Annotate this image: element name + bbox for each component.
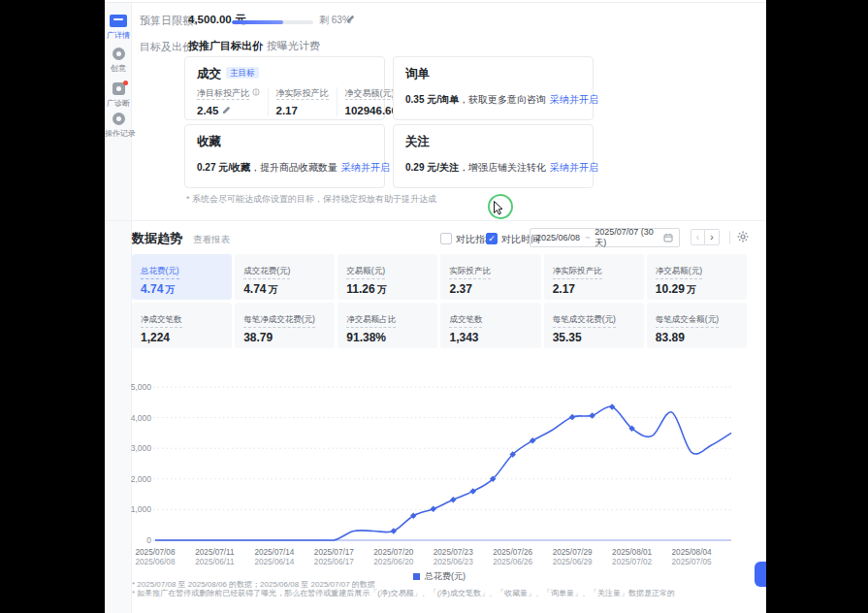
svg-text:2025/07/26: 2025/07/26 (493, 548, 532, 557)
svg-text:2,000: 2,000 (131, 474, 152, 484)
budget-progress-bar (232, 20, 313, 24)
screen: 广详情创意广诊断操作记录 预算日限额: 4,500.00 元 剩 63% 目标及… (0, 0, 868, 613)
chart-settings-gear-icon[interactable] (737, 231, 749, 242)
tile-value: 2.37 (449, 282, 531, 296)
card-favorite: 收藏 0.27 元/收藏，提升商品收藏数量采纳并开启 (184, 124, 385, 188)
card-deal-title-text: 成交 (197, 67, 221, 81)
edit-roi-icon[interactable] (222, 106, 231, 114)
tile-value: 11.26万 (346, 282, 429, 297)
tile-compare-value: 0.00 (656, 346, 738, 348)
tile-compare-value: 0.00 (553, 346, 635, 348)
sidebar-item-diagnosis[interactable]: 广诊断 (105, 82, 132, 109)
stat-actual-roi-label: 净实际投产比 (276, 88, 329, 100)
sidebar-item-label: 操作记录 (105, 128, 132, 139)
metric-tiles-grid: 总花费(元)4.74万0.00成交花费(元)4.74万0.00交易额(元)11.… (132, 254, 747, 348)
metric-tile[interactable]: 净交易额(元)10.29万0.00 (647, 254, 747, 300)
card-inquiry-price: 0.35 元/询单 (405, 94, 459, 105)
next-period-button[interactable]: › (705, 229, 720, 245)
card-inquiry-adopt-link[interactable]: 采纳并开启 (550, 94, 598, 105)
prev-period-button[interactable]: ‹ (691, 229, 705, 245)
sidebar-item-campaign-detail[interactable]: 广详情 (105, 15, 132, 41)
tile-compare-value: 0.00 (449, 298, 531, 300)
view-report-link[interactable]: 查看报表 (193, 234, 230, 246)
sidebar-item-label: 广诊断 (105, 98, 132, 109)
compare-time-checkbox[interactable]: ✓ (486, 233, 498, 244)
stat-target-roi: 净目标投产比 2.45 (197, 87, 268, 116)
sidebar-item-creative[interactable]: 创意 (105, 48, 132, 74)
legend-label: 总花费(元) (425, 570, 466, 583)
svg-text:5,000: 5,000 (131, 382, 152, 392)
compare-metric-checkbox[interactable] (440, 233, 452, 244)
svg-text:2025/07/20: 2025/07/20 (373, 548, 413, 557)
stat-actual-roi: 净实际投产比 2.17 (268, 87, 337, 116)
metric-tile[interactable]: 成交笔数1,3430 (440, 303, 540, 348)
svg-text:2025/08/04: 2025/08/04 (672, 548, 712, 557)
card-follow: 关注 0.29 元/关注，增强店铺关注转化采纳并开启 (393, 124, 594, 188)
svg-text:2025/06/23: 2025/06/23 (434, 558, 473, 566)
sidebar-item-history[interactable]: 操作记录 (105, 113, 132, 139)
svg-text:2025/06/14: 2025/06/14 (254, 558, 294, 566)
card-inquiry-title: 询单 (405, 66, 430, 82)
metric-tile[interactable]: 每笔成交金额(元)83.890.00 (647, 303, 747, 348)
top-divider (105, 2, 766, 3)
tile-label: 净交易额占比 (346, 314, 396, 328)
svg-text:4,000: 4,000 (131, 413, 152, 423)
tile-compare-value: 0.00 (243, 299, 326, 300)
sidebar-item-label: 广详情 (105, 30, 132, 41)
card-follow-adopt-link[interactable]: 采纳并开启 (550, 162, 598, 173)
tile-compare-value: 0.00 (243, 346, 326, 348)
tile-compare-value: 0.00 (346, 299, 429, 300)
trend-chart-svg: 01,0002,0003,0004,0005,0002025/07/082025… (128, 374, 749, 573)
stat-net-gmv-value: 102946.60 (345, 105, 398, 116)
card-follow-body: 0.29 元/关注，增强店铺关注转化采纳并开启 (405, 161, 598, 175)
tile-compare-value: 0.00 (141, 299, 223, 300)
stat-target-roi-label: 净目标投产比 (197, 88, 249, 100)
tile-value: 91.38% (346, 331, 429, 344)
svg-text:2025/07/23: 2025/07/23 (434, 548, 473, 557)
tile-label: 净实际投产比 (553, 266, 602, 279)
card-inquiry: 询单 0.35 元/询单，获取更多意向咨询采纳并开启 (393, 56, 594, 120)
creative-icon (113, 48, 125, 60)
svg-text:2025/07/14: 2025/07/14 (254, 548, 294, 557)
metric-tile[interactable]: 成交花费(元)4.74万0.00 (235, 254, 335, 300)
goal-note: * 系统会尽可能达成你设置的目标，保持稳定投放有助于提升达成 (186, 193, 436, 206)
metric-tile[interactable]: 每笔成交花费(元)35.350.00 (544, 303, 644, 348)
sidebar-item-label: 创意 (105, 63, 132, 74)
tile-value: 83.89 (656, 331, 738, 344)
tab-bid-by-goal[interactable]: 按推广目标出价 (188, 39, 263, 53)
budget-edit-icon[interactable] (346, 15, 355, 23)
history-icon (113, 113, 125, 125)
footnote-data-note: * 如果推广在暂停或删除前已经获得了曝光，那么在暂停或重建后展示「(净)交易额」… (132, 588, 675, 598)
trend-section-title: 数据趋势 (132, 230, 182, 247)
budget-progress-fill (232, 20, 283, 24)
metric-tile[interactable]: 总花费(元)4.74万0.00 (132, 254, 232, 300)
svg-text:3,000: 3,000 (131, 443, 152, 453)
svg-text:2025/07/05: 2025/07/05 (672, 558, 712, 566)
tile-label: 净成交笔数 (141, 314, 182, 328)
metric-tile[interactable]: 净交易额占比91.38%0.00% (338, 303, 437, 348)
card-follow-price: 0.29 元/关注 (405, 162, 459, 173)
tile-unit: 万 (269, 284, 278, 295)
metric-tile[interactable]: 净成交笔数1,2240 (132, 303, 232, 348)
metric-tile[interactable]: 净实际投产比2.170.00 (544, 254, 644, 300)
date-range-picker[interactable]: 2025/06/08 ~ 2025/07/07 (30天) (530, 228, 680, 247)
svg-text:2025/07/08: 2025/07/08 (136, 548, 176, 557)
tile-label: 成交笔数 (449, 314, 482, 328)
tile-compare-value: 0 (449, 346, 531, 348)
svg-text:1,000: 1,000 (131, 504, 152, 514)
metric-tile[interactable]: 实际投产比2.370.00 (440, 254, 540, 300)
card-follow-title: 关注 (405, 134, 430, 150)
card-inquiry-desc: ，获取更多意向咨询 (459, 94, 546, 105)
tile-value: 4.74万 (141, 282, 223, 297)
tile-value: 10.29万 (656, 282, 738, 297)
metric-tile[interactable]: 每笔净成交花费(元)38.790.00 (235, 303, 335, 348)
tile-compare-value: 0.00 (656, 299, 738, 300)
card-favorite-body: 0.27 元/收藏，提升商品收藏数量采纳并开启 (197, 161, 390, 175)
floating-side-button[interactable] (755, 562, 766, 587)
info-icon[interactable] (252, 88, 260, 96)
tab-bid-by-exposure[interactable]: 按曝光计费 (267, 39, 320, 53)
metric-tile[interactable]: 交易额(元)11.26万0.00 (338, 254, 437, 300)
tile-value: 1,224 (141, 331, 223, 344)
card-favorite-adopt-link[interactable]: 采纳并开启 (341, 162, 390, 173)
tile-label: 净交易额(元) (656, 266, 702, 279)
